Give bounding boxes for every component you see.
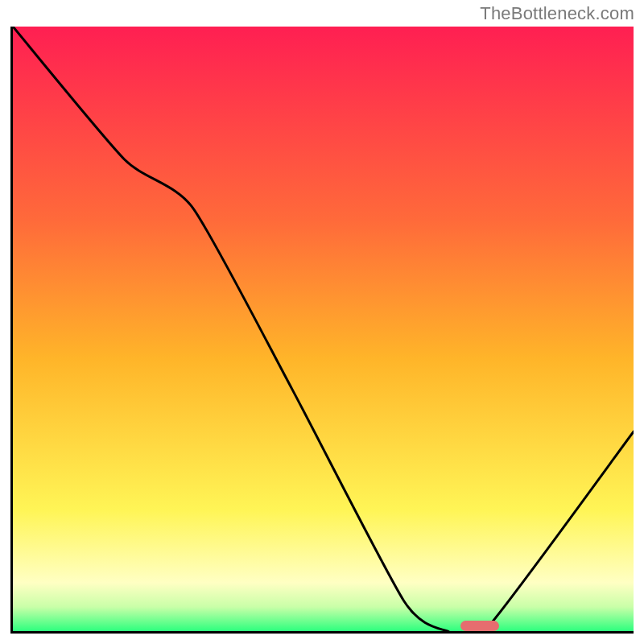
chart-stage: TheBottleneck.com [0, 0, 644, 644]
chart-axes [10, 27, 634, 634]
attribution-text: TheBottleneck.com [480, 3, 634, 24]
